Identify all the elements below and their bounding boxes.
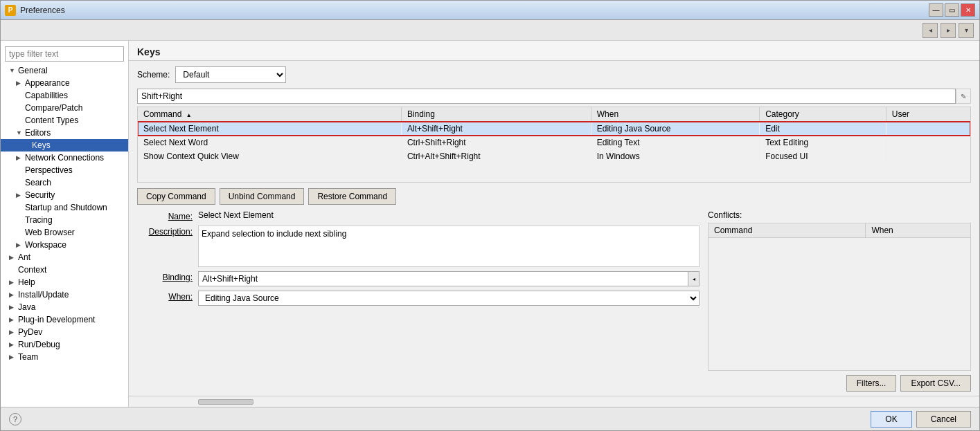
restore-command-button[interactable]: Restore Command (308, 188, 396, 205)
when-row: When: Editing Java Source Editing Text I… (137, 291, 700, 306)
cell-category: Text Editing (760, 136, 887, 149)
cell-command: Select Next Element (138, 122, 401, 136)
sidebar-item-pydev[interactable]: ▶ PyDev (1, 326, 128, 338)
preferences-window: P Preferences — ▭ ✕ ◂ ▸ ▾ type filter te… (0, 0, 980, 431)
keys-table: Command ▲ Binding When Cat (138, 107, 970, 163)
expand-icon: ▶ (9, 254, 16, 261)
copy-command-button[interactable]: Copy Command (137, 188, 215, 205)
sidebar-item-search[interactable]: Search (1, 176, 128, 189)
conflicts-table: Command When (709, 223, 970, 238)
expand-icon: ▶ (16, 192, 23, 199)
sidebar-item-team[interactable]: ▶ Team (1, 351, 128, 363)
unbind-command-button[interactable]: Unbind Command (220, 188, 305, 205)
col-command[interactable]: Command ▲ (138, 107, 401, 122)
sidebar-item-java[interactable]: ▶ Java (1, 301, 128, 313)
sidebar-item-context[interactable]: Context (1, 264, 128, 276)
scheme-row: Scheme: Default Emacs (129, 61, 979, 89)
sidebar-item-label: Editors (25, 128, 51, 138)
table-row[interactable]: Select Next Element Alt+Shift+Right Edit… (138, 122, 970, 136)
sidebar-item-tracing[interactable]: Tracing (1, 214, 128, 226)
window-title: Preferences (20, 6, 929, 15)
col-category[interactable]: Category (760, 107, 887, 122)
details-left: Name: Select Next Element Description: E… (137, 210, 700, 371)
col-user[interactable]: User (886, 107, 970, 122)
titlebar: P Preferences — ▭ ✕ (1, 1, 979, 20)
sidebar-item-label: Install/Update (18, 290, 69, 300)
horizontal-scrollbar[interactable] (129, 396, 979, 407)
footer-left: ? (9, 413, 21, 425)
cell-when: Editing Text (591, 136, 759, 149)
sidebar-item-label: Java (18, 302, 35, 312)
sidebar-item-network[interactable]: ▶ Network Connections (1, 152, 128, 164)
export-csv-button[interactable]: Export CSV... (900, 375, 971, 392)
scheme-select[interactable]: Default Emacs (175, 66, 286, 83)
details-section: Name: Select Next Element Description: E… (129, 210, 979, 371)
sidebar-item-perspectives[interactable]: Perspectives (1, 164, 128, 176)
cell-binding: Ctrl+Alt+Shift+Right (401, 149, 591, 163)
expand-icon: ▼ (16, 129, 23, 136)
binding-value-input[interactable] (198, 271, 688, 286)
cell-category: Focused UI (760, 149, 887, 163)
desc-value: Expand selection to include next sibling (198, 226, 700, 267)
sidebar-item-content-types[interactable]: Content Types (1, 114, 128, 127)
sidebar-item-install-update[interactable]: ▶ Install/Update (1, 288, 128, 301)
conflicts-label: Conflicts: (708, 210, 971, 220)
expand-icon (16, 117, 23, 124)
desc-row: Description: Expand selection to include… (137, 226, 700, 267)
sidebar-item-capabilities[interactable]: Capabilities (1, 89, 128, 102)
sidebar-item-run-debug[interactable]: ▶ Run/Debug (1, 338, 128, 351)
sidebar-item-label: Workspace (25, 240, 66, 250)
help-button[interactable]: ? (9, 413, 21, 425)
conflicts-section: Conflicts: Command When (708, 210, 971, 371)
col-binding[interactable]: Binding (401, 107, 591, 122)
sidebar-item-workspace[interactable]: ▶ Workspace (1, 239, 128, 251)
filter-binding-input[interactable] (137, 89, 956, 104)
sidebar-item-appearance[interactable]: ▶ Appearance (1, 77, 128, 89)
cell-category: Edit (760, 122, 887, 136)
sidebar-item-label: Content Types (25, 116, 78, 125)
bottom-buttons: Filters... Export CSV... (129, 371, 979, 396)
forward-button[interactable]: ▸ (941, 23, 956, 38)
sidebar-item-label: Appearance (25, 78, 70, 88)
sidebar-item-label: Help (18, 277, 35, 287)
minimize-button[interactable]: — (929, 3, 943, 17)
sidebar-item-help[interactable]: ▶ Help (1, 276, 128, 288)
sidebar-item-ant[interactable]: ▶ Ant (1, 251, 128, 264)
content-area: type filter text ▼ General ▶ Appearance … (1, 41, 979, 407)
sidebar-item-general[interactable]: ▼ General (1, 64, 128, 77)
name-label: Name: (137, 210, 193, 221)
maximize-button[interactable]: ▭ (945, 3, 959, 17)
cancel-button[interactable]: Cancel (916, 411, 971, 428)
filters-button[interactable]: Filters... (846, 375, 897, 392)
expand-icon: ▶ (9, 341, 16, 348)
expand-icon: ▶ (16, 80, 23, 86)
name-value: Select Next Element (198, 210, 700, 220)
filter-input[interactable]: type filter text (5, 46, 124, 62)
when-select[interactable]: Editing Java Source Editing Text In Wind… (198, 291, 700, 306)
sidebar-item-label: Perspectives (25, 165, 73, 175)
table-row[interactable]: Select Next Word Ctrl+Shift+Right Editin… (138, 136, 970, 149)
col-when[interactable]: When (591, 107, 759, 122)
expand-icon (16, 217, 23, 223)
ok-button[interactable]: OK (871, 411, 911, 428)
binding-clear-button[interactable]: ◂ (688, 271, 700, 286)
sidebar-item-editors[interactable]: ▼ Editors (1, 127, 128, 139)
sidebar-item-keys[interactable]: Keys (1, 139, 128, 152)
sidebar-item-security[interactable]: ▶ Security (1, 189, 128, 201)
sidebar-item-startup[interactable]: Startup and Shutdown (1, 201, 128, 214)
sidebar-item-label: PyDev (18, 327, 42, 337)
sidebar-item-label: Team (18, 352, 38, 362)
expand-icon: ▶ (16, 154, 23, 161)
cell-command: Select Next Word (138, 136, 401, 149)
sidebar-item-compare-patch[interactable]: Compare/Patch (1, 102, 128, 114)
menu-button[interactable]: ▾ (959, 23, 974, 38)
sidebar-item-plugin-dev[interactable]: ▶ Plug-in Development (1, 313, 128, 326)
edit-binding-icon[interactable]: ✎ (956, 89, 971, 104)
table-row[interactable]: Show Context Quick View Ctrl+Alt+Shift+R… (138, 149, 970, 163)
back-button[interactable]: ◂ (923, 23, 938, 38)
toolbar: ◂ ▸ ▾ (1, 20, 979, 41)
close-button[interactable]: ✕ (961, 3, 975, 17)
sidebar-item-web-browser[interactable]: Web Browser (1, 226, 128, 239)
sidebar-item-label: Capabilities (25, 91, 68, 100)
cell-binding: Alt+Shift+Right (401, 122, 591, 136)
